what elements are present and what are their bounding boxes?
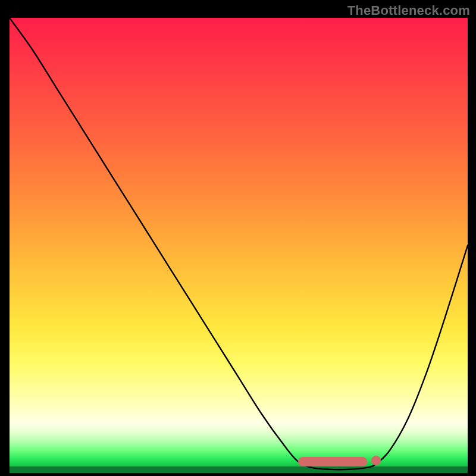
sweet-spot-point-marker (371, 456, 381, 465)
bottleneck-curve (10, 18, 468, 473)
chart-plot-area (10, 18, 468, 473)
watermark-text: TheBottleneck.com (347, 3, 470, 18)
sweet-spot-range-marker (298, 457, 367, 466)
